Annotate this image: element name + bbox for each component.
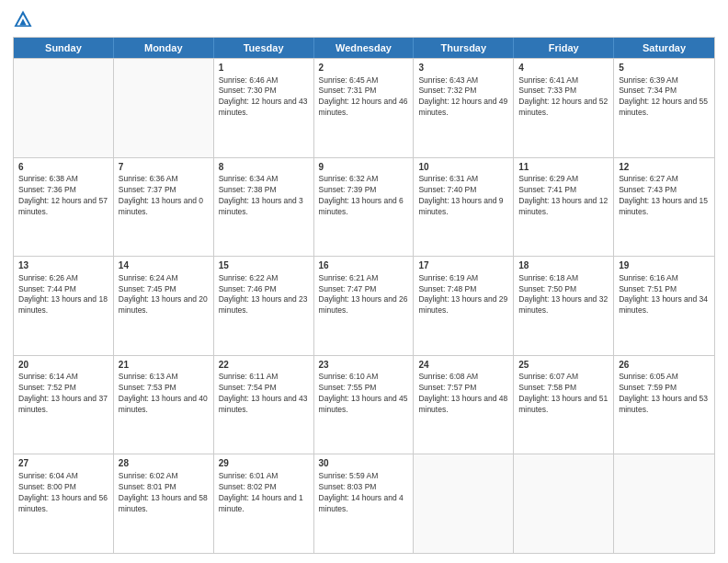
day-number: 11 [518, 161, 609, 174]
day-number: 10 [418, 161, 508, 174]
day-number: 29 [219, 457, 309, 470]
day-of-week-friday: Friday [514, 38, 614, 58]
day-number: 15 [219, 259, 309, 272]
day-cell-6: 6Sunrise: 6:38 AM Sunset: 7:36 PM Daylig… [14, 158, 114, 257]
calendar: SundayMondayTuesdayWednesdayThursdayFrid… [13, 37, 715, 554]
day-number: 21 [119, 359, 209, 372]
day-number: 18 [518, 259, 609, 272]
day-number: 16 [319, 259, 409, 272]
day-cell-11: 11Sunrise: 6:29 AM Sunset: 7:41 PM Dayli… [514, 158, 614, 257]
day-info: Sunrise: 6:29 AM Sunset: 7:41 PM Dayligh… [518, 174, 609, 218]
day-cell-29: 29Sunrise: 6:01 AM Sunset: 8:02 PM Dayli… [214, 454, 314, 553]
day-cell-30: 30Sunrise: 5:59 AM Sunset: 8:03 PM Dayli… [314, 454, 415, 553]
day-cell-10: 10Sunrise: 6:31 AM Sunset: 7:40 PM Dayli… [414, 158, 514, 257]
empty-cell [514, 454, 614, 553]
day-info: Sunrise: 6:08 AM Sunset: 7:57 PM Dayligh… [418, 372, 508, 416]
day-info: Sunrise: 6:27 AM Sunset: 7:43 PM Dayligh… [619, 174, 710, 218]
day-info: Sunrise: 6:39 AM Sunset: 7:34 PM Dayligh… [619, 75, 710, 120]
day-number: 4 [518, 62, 609, 75]
day-info: Sunrise: 6:11 AM Sunset: 7:54 PM Dayligh… [219, 372, 309, 416]
calendar-row-2: 6Sunrise: 6:38 AM Sunset: 7:36 PM Daylig… [14, 157, 714, 257]
day-info: Sunrise: 6:13 AM Sunset: 7:53 PM Dayligh… [119, 372, 209, 416]
day-info: Sunrise: 6:32 AM Sunset: 7:39 PM Dayligh… [319, 174, 409, 218]
day-info: Sunrise: 6:43 AM Sunset: 7:32 PM Dayligh… [418, 75, 508, 120]
empty-cell [14, 59, 114, 157]
day-cell-27: 27Sunrise: 6:04 AM Sunset: 8:00 PM Dayli… [14, 454, 114, 553]
day-cell-20: 20Sunrise: 6:14 AM Sunset: 7:52 PM Dayli… [14, 356, 114, 454]
day-cell-24: 24Sunrise: 6:08 AM Sunset: 7:57 PM Dayli… [414, 356, 514, 454]
day-info: Sunrise: 6:26 AM Sunset: 7:44 PM Dayligh… [18, 273, 108, 317]
day-number: 3 [418, 62, 508, 75]
day-of-week-saturday: Saturday [614, 38, 714, 58]
day-cell-13: 13Sunrise: 6:26 AM Sunset: 7:44 PM Dayli… [14, 257, 114, 355]
day-cell-23: 23Sunrise: 6:10 AM Sunset: 7:55 PM Dayli… [314, 356, 415, 454]
day-cell-25: 25Sunrise: 6:07 AM Sunset: 7:58 PM Dayli… [514, 356, 614, 454]
day-number: 2 [319, 62, 409, 75]
day-cell-4: 4Sunrise: 6:41 AM Sunset: 7:33 PM Daylig… [514, 59, 614, 157]
day-number: 27 [18, 457, 108, 470]
page: SundayMondayTuesdayWednesdayThursdayFrid… [0, 0, 728, 563]
day-cell-1: 1Sunrise: 6:46 AM Sunset: 7:30 PM Daylig… [214, 59, 314, 157]
day-info: Sunrise: 6:05 AM Sunset: 7:59 PM Dayligh… [619, 372, 710, 416]
day-cell-21: 21Sunrise: 6:13 AM Sunset: 7:53 PM Dayli… [114, 356, 214, 454]
day-number: 7 [119, 161, 209, 174]
day-number: 19 [619, 259, 710, 272]
day-number: 23 [319, 359, 409, 372]
day-cell-14: 14Sunrise: 6:24 AM Sunset: 7:45 PM Dayli… [114, 257, 214, 355]
day-number: 12 [619, 161, 710, 174]
day-number: 25 [518, 359, 609, 372]
empty-cell [114, 59, 214, 157]
day-of-week-monday: Monday [114, 38, 214, 58]
header [13, 9, 715, 29]
day-cell-22: 22Sunrise: 6:11 AM Sunset: 7:54 PM Dayli… [214, 356, 314, 454]
day-cell-16: 16Sunrise: 6:21 AM Sunset: 7:47 PM Dayli… [314, 257, 415, 355]
day-info: Sunrise: 6:41 AM Sunset: 7:33 PM Dayligh… [518, 75, 609, 120]
empty-cell [614, 454, 714, 553]
day-cell-9: 9Sunrise: 6:32 AM Sunset: 7:39 PM Daylig… [314, 158, 415, 257]
day-info: Sunrise: 6:22 AM Sunset: 7:46 PM Dayligh… [219, 273, 309, 317]
day-cell-15: 15Sunrise: 6:22 AM Sunset: 7:46 PM Dayli… [214, 257, 314, 355]
day-cell-2: 2Sunrise: 6:45 AM Sunset: 7:31 PM Daylig… [314, 59, 415, 157]
day-cell-18: 18Sunrise: 6:18 AM Sunset: 7:50 PM Dayli… [514, 257, 614, 355]
calendar-row-3: 13Sunrise: 6:26 AM Sunset: 7:44 PM Dayli… [14, 256, 714, 355]
day-info: Sunrise: 5:59 AM Sunset: 8:03 PM Dayligh… [319, 471, 409, 515]
day-info: Sunrise: 6:04 AM Sunset: 8:00 PM Dayligh… [18, 471, 108, 515]
day-info: Sunrise: 6:36 AM Sunset: 7:37 PM Dayligh… [119, 174, 209, 218]
day-of-week-thursday: Thursday [414, 38, 514, 58]
day-info: Sunrise: 6:38 AM Sunset: 7:36 PM Dayligh… [18, 174, 108, 218]
day-number: 1 [219, 62, 309, 75]
day-of-week-sunday: Sunday [14, 38, 114, 58]
day-number: 22 [219, 359, 309, 372]
calendar-body: 1Sunrise: 6:46 AM Sunset: 7:30 PM Daylig… [14, 58, 714, 553]
day-number: 9 [319, 161, 409, 174]
day-cell-3: 3Sunrise: 6:43 AM Sunset: 7:32 PM Daylig… [414, 59, 514, 157]
day-cell-7: 7Sunrise: 6:36 AM Sunset: 7:37 PM Daylig… [114, 158, 214, 257]
day-cell-17: 17Sunrise: 6:19 AM Sunset: 7:48 PM Dayli… [414, 257, 514, 355]
day-cell-28: 28Sunrise: 6:02 AM Sunset: 8:01 PM Dayli… [114, 454, 214, 553]
day-info: Sunrise: 6:02 AM Sunset: 8:01 PM Dayligh… [119, 471, 209, 515]
day-info: Sunrise: 6:21 AM Sunset: 7:47 PM Dayligh… [319, 273, 409, 317]
day-info: Sunrise: 6:14 AM Sunset: 7:52 PM Dayligh… [18, 372, 108, 416]
day-info: Sunrise: 6:07 AM Sunset: 7:58 PM Dayligh… [518, 372, 609, 416]
calendar-row-4: 20Sunrise: 6:14 AM Sunset: 7:52 PM Dayli… [14, 355, 714, 454]
calendar-row-5: 27Sunrise: 6:04 AM Sunset: 8:00 PM Dayli… [14, 454, 714, 553]
day-cell-12: 12Sunrise: 6:27 AM Sunset: 7:43 PM Dayli… [614, 158, 714, 257]
logo-icon [13, 9, 33, 29]
logo [13, 9, 37, 29]
day-number: 14 [119, 259, 209, 272]
day-number: 26 [619, 359, 710, 372]
day-info: Sunrise: 6:46 AM Sunset: 7:30 PM Dayligh… [219, 75, 309, 120]
day-number: 30 [319, 457, 409, 470]
day-info: Sunrise: 6:19 AM Sunset: 7:48 PM Dayligh… [418, 273, 508, 317]
day-of-week-wednesday: Wednesday [314, 38, 415, 58]
day-number: 20 [18, 359, 108, 372]
day-of-week-tuesday: Tuesday [214, 38, 314, 58]
day-info: Sunrise: 6:18 AM Sunset: 7:50 PM Dayligh… [518, 273, 609, 317]
day-cell-19: 19Sunrise: 6:16 AM Sunset: 7:51 PM Dayli… [614, 257, 714, 355]
day-info: Sunrise: 6:10 AM Sunset: 7:55 PM Dayligh… [319, 372, 409, 416]
day-number: 8 [219, 161, 309, 174]
day-cell-26: 26Sunrise: 6:05 AM Sunset: 7:59 PM Dayli… [614, 356, 714, 454]
day-number: 6 [18, 161, 108, 174]
day-cell-5: 5Sunrise: 6:39 AM Sunset: 7:34 PM Daylig… [614, 59, 714, 157]
day-info: Sunrise: 6:16 AM Sunset: 7:51 PM Dayligh… [619, 273, 710, 317]
